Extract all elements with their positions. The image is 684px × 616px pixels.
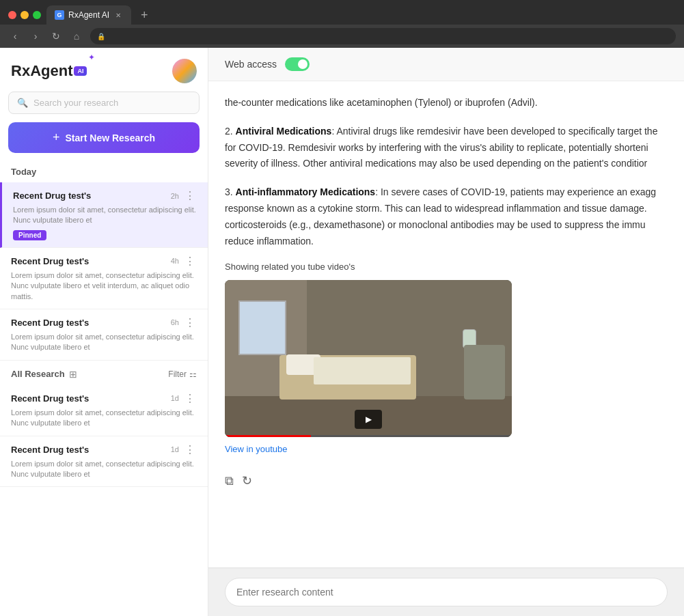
research-item-header-all-1: Recent Drug test's 1d ⋮ [11,392,197,405]
content-section-2: 2. Antiviral Medications: Antiviral drug… [225,124,668,172]
research-item-time-all-1: 1d [171,394,179,402]
video-thumbnail: ▶ [225,280,512,437]
research-item-meta-all-1: 1d ⋮ [171,392,197,405]
research-item-time-2: 4h [171,257,179,265]
research-item-today-1[interactable]: Recent Drug test's 2h ⋮ Lorem ipsum dolo… [0,182,208,248]
new-research-button[interactable]: + Start New Research [8,122,200,153]
main-content: Web access the-counter medications like … [208,48,684,616]
search-placeholder-text: Search your research [33,98,118,108]
video-play-button[interactable]: ▶ [355,410,382,429]
all-research-header: All Research ⊞ Filter ⚏ [0,361,208,385]
maximize-window-button[interactable] [33,11,41,19]
today-section-label: Today [0,164,208,182]
copy-icon[interactable]: ⧉ [225,474,234,488]
all-research-label: All Research [11,369,65,379]
close-window-button[interactable] [8,11,16,19]
search-area: 🔍 Search your research [0,92,208,122]
more-options-button-3[interactable]: ⋮ [183,316,197,329]
content-text-top: the-counter medications like acetaminoph… [225,95,668,111]
research-item-header-3: Recent Drug test's 6h ⋮ [11,316,197,329]
web-access-toggle[interactable] [285,57,310,71]
research-item-time-all-2: 1d [171,445,179,453]
browser-tab[interactable]: G RxAgent AI ✕ [46,5,131,25]
home-button[interactable]: ⌂ [70,31,83,42]
logo-area: RxAgent AI ✦ [11,62,87,80]
research-item-header-1: Recent Drug test's 2h ⋮ [13,189,197,202]
main-header: Web access [208,48,684,81]
tab-bar: G RxAgent AI ✕ + [0,0,684,25]
back-button[interactable]: ‹ [8,31,22,42]
research-item-time-1: 2h [171,192,179,200]
logo-agent: Agent [30,62,72,79]
research-item-meta-3: 6h ⋮ [171,316,197,329]
search-box[interactable]: 🔍 Search your research [8,92,200,114]
research-item-excerpt-3: Lorem ipsum dolor sit amet, consectetur … [11,332,197,353]
lock-icon: 🔒 [97,33,105,40]
tab-favicon: G [55,10,64,20]
youtube-link[interactable]: View in youtube [225,444,668,454]
research-item-header-all-2: Recent Drug test's 1d ⋮ [11,443,197,456]
grid-icon[interactable]: ⊞ [69,369,77,380]
address-bar[interactable]: 🔒 [90,28,676,44]
video-progress-bar [225,435,512,437]
search-icon: 🔍 [17,98,28,108]
research-content-input[interactable] [225,578,668,606]
video-container: ▶ [225,280,512,437]
app-container: RxAgent AI ✦ 🔍 Search your research + St… [0,48,684,616]
research-item-excerpt-2: Lorem ipsum dolor sit amet, consectetur … [11,270,197,302]
refresh-button[interactable]: ↻ [49,31,63,42]
research-item-meta-1: 2h ⋮ [171,189,197,202]
new-tab-button[interactable]: + [137,9,152,21]
avatar[interactable] [172,59,197,83]
sidebar-header: RxAgent AI ✦ [0,48,208,92]
regenerate-icon[interactable]: ↻ [242,473,252,488]
minimize-window-button[interactable] [20,11,29,19]
more-options-button-all-2[interactable]: ⋮ [183,443,197,456]
logo-ai-badge: AI [74,66,87,76]
research-item-excerpt-1: Lorem ipsum dolor sit amet, consectetur … [13,205,197,226]
hospital-window [238,300,286,355]
more-options-button-all-1[interactable]: ⋮ [183,392,197,405]
research-item-excerpt-all-1: Lorem ipsum dolor sit amet, consectetur … [11,408,197,429]
research-item-time-3: 6h [171,318,179,326]
research-item-title-1: Recent Drug test's [13,191,91,201]
research-item-all-2[interactable]: Recent Drug test's 1d ⋮ Lorem ipsum dolo… [0,436,208,488]
more-options-button-2[interactable]: ⋮ [183,255,197,268]
logo-rx: Rx [11,62,30,79]
browser-chrome: G RxAgent AI ✕ + ‹ › ↻ ⌂ 🔒 [0,0,684,48]
tab-close-button[interactable]: ✕ [113,10,123,20]
pinned-badge: Pinned [13,230,46,240]
forward-button[interactable]: › [29,31,42,42]
filter-icon: ⚏ [189,369,197,379]
youtube-section-label: Showing related you tube video's [225,262,668,272]
content-area: the-counter medications like acetaminoph… [208,81,684,568]
research-item-excerpt-all-2: Lorem ipsum dolor sit amet, consectetur … [11,459,197,480]
avatar-image [172,59,197,83]
equipment-right [464,345,505,400]
research-item-today-2[interactable]: Recent Drug test's 4h ⋮ Lorem ipsum dolo… [0,248,208,309]
web-access-label: Web access [225,59,277,70]
hospital-bed [279,352,416,400]
research-item-meta-all-2: 1d ⋮ [171,443,197,456]
new-research-label: Start New Research [66,132,156,143]
filter-area[interactable]: Filter ⚏ [168,369,197,379]
research-item-today-3[interactable]: Recent Drug test's 6h ⋮ Lorem ipsum dolo… [0,309,208,361]
logo-text: RxAgent [11,62,72,80]
research-item-header-2: Recent Drug test's 4h ⋮ [11,255,197,268]
research-item-all-1[interactable]: Recent Drug test's 1d ⋮ Lorem ipsum dolo… [0,385,208,436]
toggle-knob [298,59,307,69]
plus-icon: + [53,130,60,145]
nav-bar: ‹ › ↻ ⌂ 🔒 [0,25,684,48]
research-item-title-all-1: Recent Drug test's [11,393,89,404]
more-options-button-1[interactable]: ⋮ [183,189,197,202]
tab-title: RxAgent AI [68,10,109,20]
research-item-title-3: Recent Drug test's [11,318,89,328]
research-item-title-all-2: Recent Drug test's [11,445,89,455]
bed-sheet [314,357,411,384]
traffic-lights [8,11,41,19]
sparkle-icon: ✦ [88,53,95,62]
research-item-meta-2: 4h ⋮ [171,255,197,268]
filter-label: Filter [168,369,187,379]
all-research-left: All Research ⊞ [11,369,77,380]
sidebar-scroll: Recent Drug test's 2h ⋮ Lorem ipsum dolo… [0,182,208,616]
